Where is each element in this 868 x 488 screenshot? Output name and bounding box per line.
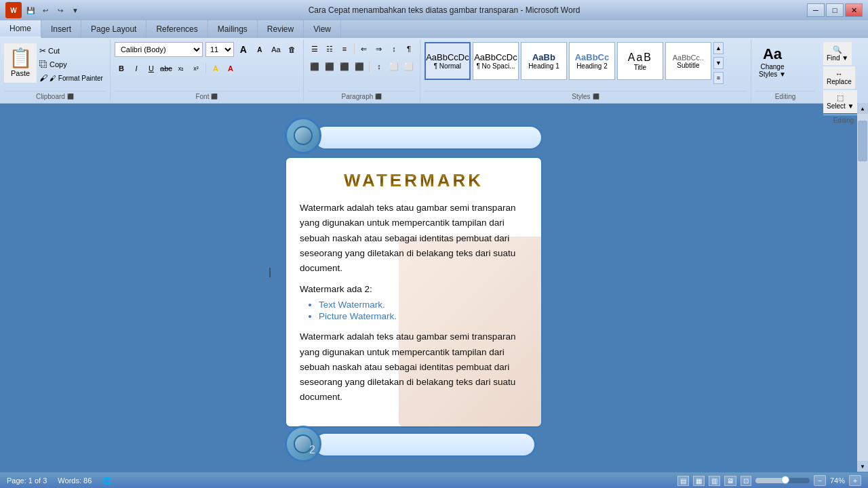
minimize-button[interactable]: ─ (807, 3, 825, 17)
tab-insert[interactable]: Insert (41, 20, 81, 38)
scroll-bottom-bar (313, 432, 536, 457)
line-spacing-button[interactable]: ↕ (372, 60, 386, 73)
status-right: ▤ ▦ ▥ 🖥 ⊡ − 74% + (677, 475, 861, 486)
tab-page-layout[interactable]: Page Layout (81, 20, 146, 38)
styles-label: Styles ⬛ (425, 91, 747, 100)
bullets-button[interactable]: ☰ (308, 42, 321, 56)
view-draft-button[interactable]: ⊡ (741, 476, 751, 486)
view-fullscreen-button[interactable]: ▦ (693, 476, 705, 486)
clipboard-dialog-launcher[interactable]: ⬛ (67, 94, 74, 100)
qat-dropdown[interactable]: ▼ (69, 4, 81, 16)
copy-button[interactable]: ⿻ Copy (37, 58, 106, 70)
para-row-1: ☰ ☷ ≡ ⇐ ⇒ ↕ ¶ (308, 42, 416, 56)
paste-button[interactable]: 📋 Paste (4, 43, 37, 83)
shading-button[interactable]: ⬜ (387, 60, 401, 73)
styles-dialog-launcher[interactable]: ⬛ (593, 94, 599, 100)
view-web-button[interactable]: ▥ (709, 476, 720, 486)
decrease-indent-button[interactable]: ⇐ (357, 42, 371, 56)
view-outline-button[interactable]: 🖥 (724, 476, 736, 486)
qat-redo[interactable]: ↪ (54, 4, 66, 16)
style-heading1[interactable]: AaBb Heading 1 (521, 42, 567, 80)
align-center-button[interactable]: ⬛ (323, 60, 336, 73)
scroll-thumb[interactable] (858, 121, 867, 161)
style-no-spacing[interactable]: AaBbCcDc ¶ No Spaci... (473, 42, 519, 80)
change-case-button[interactable]: Aa (269, 43, 283, 56)
style-heading1-label: Heading 1 (528, 62, 559, 70)
font-row-2: B I U abc x₂ x² A A (115, 62, 237, 75)
editing-label: Editing (775, 93, 796, 100)
increase-indent-button[interactable]: ⇒ (372, 42, 386, 56)
show-marks-button[interactable]: ¶ (402, 42, 416, 56)
scroll-down-arrow[interactable]: ▼ (857, 461, 868, 472)
borders-button[interactable]: ⬜ (402, 60, 416, 73)
align-right-button[interactable]: ⬛ (338, 60, 351, 73)
italic-button[interactable]: I (130, 62, 143, 75)
styles-scroll-up[interactable]: ▲ (713, 42, 724, 54)
underline-button[interactable]: U (144, 62, 158, 75)
maximize-button[interactable]: □ (826, 3, 844, 17)
font-grow-button[interactable]: A (237, 43, 250, 56)
find-button[interactable]: 🔍 Find ▼ (823, 42, 852, 65)
clipboard-group: 📋 Paste ✂ Cut ⿻ Copy 🖌 (0, 39, 111, 102)
styles-more[interactable]: ≡ (713, 72, 724, 84)
tab-view[interactable]: View (304, 20, 341, 38)
scroll-up-arrow[interactable]: ▲ (857, 103, 868, 114)
styles-scroll-down[interactable]: ▼ (713, 57, 724, 69)
paragraph-dialog-launcher[interactable]: ⬛ (375, 94, 382, 100)
style-title[interactable]: AaB Title (617, 42, 663, 80)
style-heading2-label: Heading 2 (576, 62, 608, 70)
clear-formatting-button[interactable]: 🗑 (285, 43, 299, 56)
style-normal[interactable]: AaBbCcDc ¶ Normal (425, 42, 471, 80)
font-name-select[interactable]: Calibri (Body) (115, 42, 203, 57)
scroll-document[interactable]: WATERMARK Watermark adalah teks atau gam… (285, 117, 542, 459)
font-size-select[interactable]: 11 (205, 42, 234, 57)
format-painter-label: 🖌 Format Painter (50, 75, 103, 82)
para-1: Watermark adalah teks atau gambar semi t… (300, 201, 528, 276)
close-button[interactable]: ✕ (845, 3, 863, 17)
text-highlight-button[interactable]: A (209, 62, 222, 75)
sort-button[interactable]: ↕ (387, 42, 401, 56)
zoom-thumb[interactable] (781, 476, 789, 484)
zoom-slider[interactable] (755, 478, 810, 483)
zoom-level: 74% (830, 476, 845, 485)
scroll-body[interactable]: WATERMARK Watermark adalah teks atau gam… (285, 157, 542, 428)
font-row-1: Calibri (Body) 11 A A Aa 🗑 (115, 42, 299, 57)
font-color-button[interactable]: A (224, 62, 237, 75)
zoom-in-button[interactable]: + (849, 475, 861, 486)
style-normal-label: ¶ Normal (434, 62, 461, 70)
cut-button[interactable]: ✂ Cut (37, 45, 106, 57)
tab-home[interactable]: Home (0, 20, 41, 38)
select-button[interactable]: ⬚ Select ▼ (823, 90, 857, 113)
bold-button[interactable]: B (115, 62, 128, 75)
font-shrink-button[interactable]: A (253, 43, 267, 56)
paste-icon: 📋 (9, 49, 33, 68)
multilevel-list-button[interactable]: ≡ (338, 42, 351, 56)
zoom-out-button[interactable]: − (814, 475, 826, 486)
office-logo: W (5, 2, 22, 18)
format-painter-button[interactable]: 🖌 🖌 Format Painter (37, 72, 106, 84)
subtitle-1: Watermark ada 2: (300, 284, 528, 294)
font-dialog-launcher[interactable]: ⬛ (211, 94, 218, 100)
style-normal-preview: AaBbCcDc (426, 52, 469, 62)
tab-review[interactable]: Review (258, 20, 304, 38)
tab-mailings[interactable]: Mailings (208, 20, 258, 38)
style-no-spacing-label: ¶ No Spaci... (476, 62, 515, 70)
tab-references[interactable]: References (146, 20, 208, 38)
style-heading2[interactable]: AaBbCc Heading 2 (569, 42, 615, 80)
strikethrough-button[interactable]: abc (159, 62, 173, 75)
styles-group: AaBbCcDc ¶ Normal AaBbCcDc ¶ No Spaci...… (420, 39, 751, 102)
change-styles-button[interactable]: Aa ChangeStyles ▼ (755, 42, 789, 81)
subscript-button[interactable]: x₂ (174, 62, 188, 75)
qat-save[interactable]: 💾 (24, 4, 37, 16)
replace-button[interactable]: ↔ Replace (823, 66, 855, 89)
copy-label: Copy (50, 60, 67, 68)
numbering-button[interactable]: ☷ (323, 42, 336, 56)
justify-button[interactable]: ⬛ (353, 60, 366, 73)
view-print-button[interactable]: ▤ (677, 476, 689, 486)
align-left-button[interactable]: ⬛ (308, 60, 321, 73)
scroll-bottom: 2 (285, 426, 542, 465)
qat-undo[interactable]: ↩ (39, 4, 52, 16)
style-subtitle[interactable]: AaBbCc.. Subtitle (665, 42, 711, 80)
find-icon: 🔍 (833, 45, 842, 54)
superscript-button[interactable]: x² (189, 62, 203, 75)
